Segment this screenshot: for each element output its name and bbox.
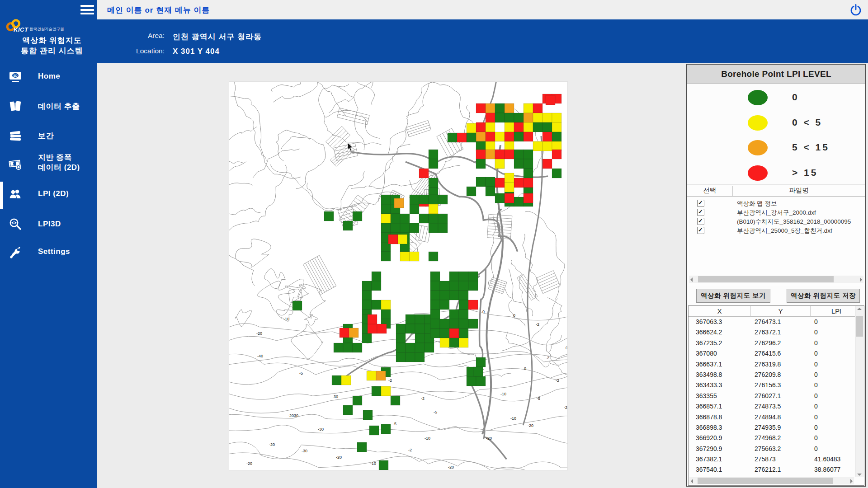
scroll-left-arrow[interactable]	[691, 479, 693, 483]
table-row[interactable]: 363433.3276156.30	[689, 380, 855, 391]
svg-text:-10: -10	[510, 416, 516, 421]
svg-text:-30: -30	[332, 394, 338, 399]
sidebar-item-label: 보간	[38, 131, 54, 141]
sidebar: KICT 한국건설기술연구원 액상화 위험지도 통합 관리 시스템 SD Hom…	[0, 0, 97, 488]
location-label: Location:	[101, 47, 165, 55]
scroll-right-arrow[interactable]	[860, 277, 862, 282]
sidebar-item-home[interactable]: SD Home	[0, 66, 97, 87]
sidebar-item-lpi-2d[interactable]: LPI (2D)	[0, 184, 97, 205]
legend-row: 5 < 15	[687, 140, 865, 156]
svg-text:-2: -2	[564, 405, 567, 410]
sidebar-item-ground-amplification[interactable]: 지반 증폭 데이터 (2D)	[0, 151, 97, 177]
svg-text:-2030: -2030	[288, 413, 298, 418]
column-filename: 파일명	[732, 186, 865, 195]
table-row[interactable]: 366920.9274968.20	[689, 433, 855, 444]
table-cell: 367540.1	[696, 466, 722, 473]
sidebar-item-lpi3d[interactable]: LPI3D	[0, 214, 97, 235]
table-horizontal-scrollbar[interactable]	[689, 477, 854, 484]
checkbox-checked[interactable]	[697, 200, 704, 207]
table-cell: 363433.3	[696, 381, 722, 389]
table-cell: 0	[814, 424, 818, 431]
table-row[interactable]: 363498.8276209.80	[689, 370, 855, 380]
scroll-down-arrow[interactable]	[855, 469, 864, 477]
scrollbar-thumb[interactable]	[856, 316, 863, 337]
legend-label: > 15	[792, 167, 818, 178]
table-row[interactable]: 366878.8274894.80	[689, 413, 855, 423]
file-row[interactable]: 부산광역시_25000_5장_합친거.dxf	[687, 226, 865, 235]
app-window: { "topbar": { "menu_title": "메인 이름 or 현재…	[0, 0, 868, 488]
column-header-lpi[interactable]: LPI	[811, 306, 856, 317]
svg-text:-20: -20	[486, 436, 492, 441]
table-row[interactable]: 367290.9275663.20	[689, 444, 855, 455]
svg-text:-30: -30	[302, 449, 307, 453]
table-row[interactable]: 367382.127587341.60483	[689, 455, 855, 465]
panel-title: Borehole Point LPI LEVEL	[687, 65, 865, 84]
hamburger-menu-icon[interactable]	[80, 5, 94, 16]
table-row[interactable]: 366857.1274873.50	[689, 402, 855, 412]
scrollbar-thumb[interactable]	[698, 276, 834, 282]
power-button[interactable]	[849, 3, 863, 17]
table-row[interactable]: 367235.2276296.20	[689, 338, 855, 349]
file-list-horizontal-scrollbar[interactable]	[689, 276, 863, 283]
table-cell: 367080	[696, 350, 717, 357]
table-vertical-scrollbar[interactable]	[855, 306, 864, 477]
legend-label: 0	[792, 92, 799, 103]
table-row[interactable]: 363355276027.10	[689, 391, 855, 402]
legend-dot-yellow	[748, 115, 768, 131]
kict-logo-text: KICT	[14, 26, 28, 33]
svg-text:SD: SD	[13, 74, 17, 77]
scrollbar-thumb[interactable]	[698, 478, 833, 484]
sidebar-item-label: LPI3D	[38, 220, 61, 229]
risk-map[interactable]: -20-10-40-5-30-2030-30-20-30-20-20-10-10…	[229, 81, 568, 470]
checkbox-checked[interactable]	[697, 209, 704, 216]
table-cell: 363498.8	[696, 371, 722, 378]
svg-text:0: 0	[524, 366, 526, 371]
table-cell: 274935.9	[755, 424, 781, 431]
legend-dot-orange	[748, 140, 768, 155]
table-cell: 0	[814, 445, 818, 452]
table-row[interactable]: 366624.2276372.10	[689, 328, 855, 338]
topbar: 메인 이름 or 현재 메뉴 이름	[97, 0, 868, 19]
scroll-up-arrow[interactable]	[855, 306, 864, 313]
svg-text:-5: -5	[393, 422, 396, 426]
scroll-right-arrow[interactable]	[850, 479, 853, 483]
checkbox-checked[interactable]	[697, 227, 704, 234]
checkbox-checked[interactable]	[697, 218, 704, 225]
file-row[interactable]: 액상화 맵 정보	[687, 199, 865, 208]
lpi-table: X Y LPI 367063.3276473.10366624.2276372.…	[688, 305, 864, 486]
file-row[interactable]: 부산광역시_강서구_2000.dxf	[687, 208, 865, 217]
column-header-y[interactable]: Y	[751, 306, 811, 317]
sidebar-item-data-extract[interactable]: 데이터 추출	[0, 96, 97, 117]
svg-text:0: 0	[482, 310, 485, 314]
scroll-left-arrow[interactable]	[690, 277, 693, 282]
sidebar-item-label2: 데이터 (2D)	[38, 162, 80, 173]
table-row[interactable]: 367063.3276473.10	[689, 317, 855, 328]
banknote-icon	[8, 157, 23, 171]
table-cell: 366857.1	[696, 403, 722, 410]
legend-row: 0 < 5	[687, 115, 865, 131]
table-cell: 276296.2	[755, 339, 781, 347]
magnifier-eye-icon	[8, 217, 23, 232]
table-cell: 276156.3	[755, 381, 781, 389]
svg-text:0: 0	[566, 346, 567, 350]
table-cell: 274894.8	[755, 413, 781, 421]
users-icon	[8, 187, 23, 202]
file-row[interactable]: (B010)수치지도_358162_2018_00000095	[687, 217, 865, 226]
svg-text:-10: -10	[370, 461, 376, 466]
save-riskmap-button[interactable]: 액상화 위험지도 저장	[787, 289, 860, 303]
sidebar-item-interpolation[interactable]: 보간	[0, 125, 97, 146]
svg-text:-10: -10	[425, 436, 430, 441]
area-label: Area:	[101, 32, 165, 40]
table-cell: 366878.8	[696, 413, 722, 421]
kict-org-name: 한국건설기술연구원	[29, 27, 64, 32]
sidebar-item-settings[interactable]: Settings	[0, 242, 97, 263]
table-row[interactable]: 366898.3274935.90	[689, 423, 855, 433]
view-riskmap-button[interactable]: 액상화 위험지도 보기	[696, 289, 770, 303]
table-row[interactable]: 367540.1276212.138.86077	[689, 465, 855, 475]
svg-text:-2: -2	[536, 322, 539, 327]
table-row[interactable]: 366637.1276319.80	[689, 360, 855, 370]
file-name: 액상화 맵 정보	[737, 200, 777, 208]
table-row[interactable]: 367080276415.60	[689, 349, 855, 359]
column-header-x[interactable]: X	[689, 306, 751, 317]
table-cell: 367063.3	[696, 318, 722, 325]
